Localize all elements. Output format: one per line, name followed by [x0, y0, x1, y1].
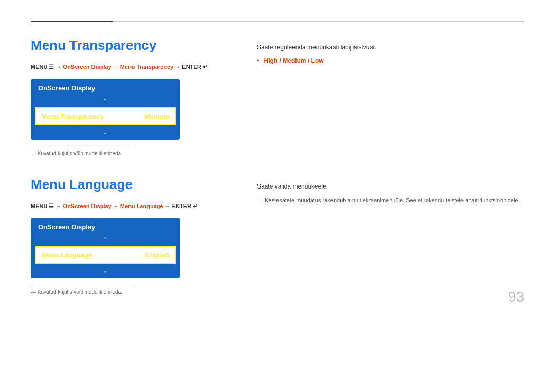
section1-options-text: High / Medium / Low	[264, 57, 324, 64]
section1-chevron-up: ⌃	[31, 95, 180, 107]
section2-row-label: Menu Language	[41, 251, 92, 259]
section2-chevron-up: ⌃	[31, 234, 180, 246]
bc2-arrow2: →	[113, 203, 120, 209]
section1-row-label: Menu Transparency	[41, 113, 104, 120]
section1-options: • High / Medium / Low	[257, 57, 524, 64]
section1-footnote: ― Kuvatud kujutis võib mudeliti erineda.	[31, 151, 226, 156]
bc2-enter-icon: ↵	[193, 203, 197, 209]
section1-menu-row: Menu Transparency Medium	[35, 107, 176, 125]
gap1	[31, 161, 524, 177]
bc2-menu-icon: ☰	[49, 203, 55, 209]
section2-note: Keelesätete muudatus rakendub ainult ekr…	[257, 196, 524, 205]
section2-menu-box: OnScreen Display ⌃ Menu Language English…	[31, 218, 180, 278]
section2-menu-header: OnScreen Display	[31, 218, 180, 234]
top-line-light	[113, 21, 524, 22]
section2-left: Menu Language MENU ☰ → OnScreen Display …	[31, 177, 226, 295]
section2-title: Menu Language	[31, 177, 226, 193]
bc2-arrow1: →	[56, 203, 63, 209]
section1-left: Menu Transparency MENU ☰ → OnScreen Disp…	[31, 38, 226, 156]
bc1-part1: OnScreen Display	[63, 64, 112, 70]
bc1-menu-icon: ☰	[49, 64, 55, 70]
section1-right: Saate reguleerida menüükasti läbipaistvu…	[257, 38, 524, 156]
top-line-dark	[31, 21, 113, 22]
bc1-part2: Menu Transparency	[120, 64, 173, 70]
top-decoration	[31, 21, 524, 22]
section1-menu-header: OnScreen Display	[31, 79, 180, 95]
bc1-enter-icon: ↵	[203, 64, 208, 70]
section1-chevron-down: ⌄	[31, 125, 180, 140]
page-number: 93	[508, 289, 524, 305]
bc2-suffix: ENTER	[172, 203, 191, 209]
section2-chevron-down: ⌄	[31, 264, 180, 278]
bc1-suffix: ENTER	[182, 64, 201, 70]
bullet-icon: •	[257, 57, 259, 64]
section2-desc: Saate valida menüükeele.	[257, 182, 524, 191]
section1-title: Menu Transparency	[31, 38, 226, 53]
bc2-part1: OnScreen Display	[63, 203, 112, 209]
bc1-arrow3: →	[175, 64, 182, 70]
section2-row-value: English	[145, 251, 170, 259]
bc2-part2: Menu Language	[120, 203, 163, 209]
bc1-prefix: MENU	[31, 64, 47, 70]
section-menu-transparency: Menu Transparency MENU ☰ → OnScreen Disp…	[31, 38, 524, 156]
section-menu-language: Menu Language MENU ☰ → OnScreen Display …	[31, 177, 524, 295]
bc1-arrow2: →	[113, 64, 120, 70]
bc1-arrow1: →	[56, 64, 63, 70]
section1-divider	[31, 147, 134, 147]
section1-menu-box: OnScreen Display ⌃ Menu Transparency Med…	[31, 79, 180, 140]
section2-footnote: ― Kuvatud kujutis võib mudeliti erineda.	[31, 289, 226, 295]
section1-breadcrumb: MENU ☰ → OnScreen Display → Menu Transpa…	[31, 63, 226, 72]
section2-menu-row: Menu Language English	[35, 246, 176, 264]
section2-right: Saate valida menüükeele. Keelesätete muu…	[257, 177, 524, 295]
bc2-arrow3: →	[165, 203, 172, 209]
section2-divider	[31, 286, 134, 286]
bc2-prefix: MENU	[31, 203, 47, 209]
section2-breadcrumb: MENU ☰ → OnScreen Display → Menu Languag…	[31, 202, 226, 211]
section1-row-value: Medium	[144, 113, 170, 120]
section1-desc: Saate reguleerida menüükasti läbipaistvu…	[257, 43, 524, 52]
